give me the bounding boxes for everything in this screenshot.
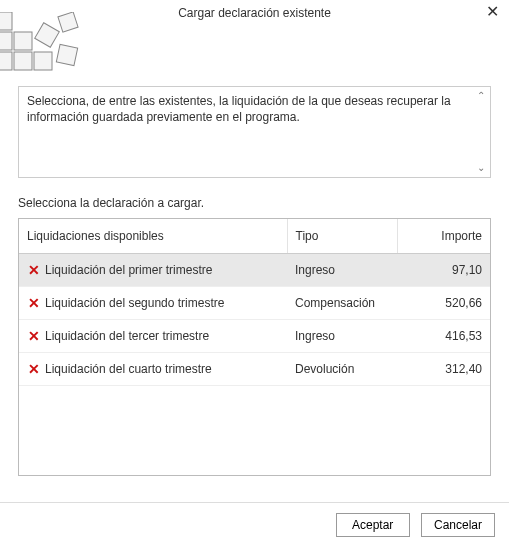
table-row[interactable]: ✕Liquidación del tercer trimestreIngreso… [19, 320, 490, 353]
svg-rect-4 [14, 52, 32, 70]
row-name-label: Liquidación del primer trimestre [45, 263, 212, 277]
svg-rect-6 [35, 23, 60, 48]
delete-icon[interactable]: ✕ [27, 329, 41, 343]
svg-rect-1 [0, 32, 12, 50]
delete-icon[interactable]: ✕ [27, 362, 41, 376]
row-amount-cell: 416,53 [397, 320, 490, 353]
dialog-footer: Aceptar Cancelar [0, 502, 509, 547]
table-header-row: Liquidaciones disponibles Tipo Importe [19, 219, 490, 254]
svg-rect-3 [0, 52, 12, 70]
svg-rect-7 [58, 12, 78, 32]
row-type-cell: Devolución [287, 353, 397, 386]
selection-prompt: Selecciona la declaración a cargar. [18, 196, 491, 210]
dialog-title: Cargar declaración existente [178, 6, 331, 20]
scroll-up-icon[interactable]: ⌃ [475, 90, 487, 102]
delete-icon[interactable]: ✕ [27, 296, 41, 310]
row-type-cell: Ingreso [287, 254, 397, 287]
row-type-cell: Compensación [287, 287, 397, 320]
accept-button[interactable]: Aceptar [336, 513, 410, 537]
row-amount-cell: 312,40 [397, 353, 490, 386]
col-header-name[interactable]: Liquidaciones disponibles [19, 219, 287, 254]
declarations-table: Liquidaciones disponibles Tipo Importe ✕… [18, 218, 491, 476]
row-name-cell[interactable]: ✕Liquidación del primer trimestre [19, 254, 287, 287]
header-decoration [0, 24, 509, 80]
close-icon[interactable]: ✕ [483, 4, 501, 22]
col-header-amount[interactable]: Importe [397, 219, 490, 254]
col-header-type[interactable]: Tipo [287, 219, 397, 254]
row-name-label: Liquidación del segundo trimestre [45, 296, 224, 310]
delete-icon[interactable]: ✕ [27, 263, 41, 277]
row-name-cell[interactable]: ✕Liquidación del segundo trimestre [19, 287, 287, 320]
row-amount-cell: 97,10 [397, 254, 490, 287]
row-name-label: Liquidación del cuarto trimestre [45, 362, 212, 376]
instructions-box: Selecciona, de entre las existentes, la … [18, 86, 491, 178]
scroll-down-icon[interactable]: ⌄ [475, 162, 487, 174]
row-name-cell[interactable]: ✕Liquidación del cuarto trimestre [19, 353, 287, 386]
svg-rect-0 [0, 12, 12, 30]
table-row[interactable]: ✕Liquidación del cuarto trimestreDevoluc… [19, 353, 490, 386]
row-amount-cell: 520,66 [397, 287, 490, 320]
row-name-cell[interactable]: ✕Liquidación del tercer trimestre [19, 320, 287, 353]
cancel-button[interactable]: Cancelar [421, 513, 495, 537]
svg-rect-5 [34, 52, 52, 70]
instructions-text: Selecciona, de entre las existentes, la … [27, 94, 451, 124]
svg-rect-2 [14, 32, 32, 50]
row-name-label: Liquidación del tercer trimestre [45, 329, 209, 343]
row-type-cell: Ingreso [287, 320, 397, 353]
table-row[interactable]: ✕Liquidación del primer trimestreIngreso… [19, 254, 490, 287]
table-row[interactable]: ✕Liquidación del segundo trimestreCompen… [19, 287, 490, 320]
svg-rect-8 [56, 44, 77, 65]
